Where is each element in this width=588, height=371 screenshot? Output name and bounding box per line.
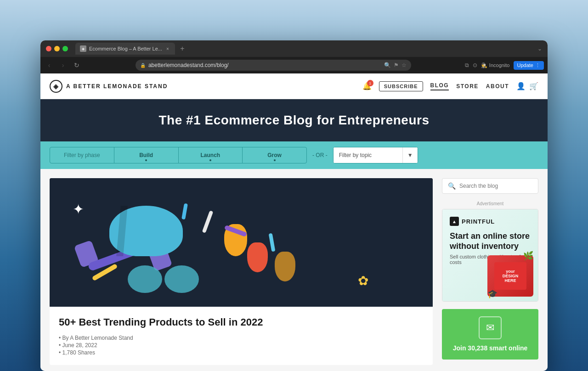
filter-bar: Filter by phase Build Launch Grow - OR -… <box>40 141 548 169</box>
post-featured-image[interactable]: ✦ <box>50 178 433 307</box>
incognito-badge: 🕵 Incognito <box>481 62 510 68</box>
post-date: • June 28, 2022 <box>59 342 424 349</box>
ad-headline: Start an online store without inventory <box>450 231 531 251</box>
glasses-left <box>128 265 162 293</box>
grow-filter-button[interactable]: Grow <box>243 147 306 163</box>
hero-title: The #1 Ecommerce Blog for Entrepreneurs <box>50 113 538 128</box>
back-button[interactable]: ‹ <box>44 60 54 70</box>
update-button[interactable]: Update ⋮ <box>514 61 544 70</box>
address-bar: ‹ › ↻ 🔒 abetterlemonadestand.com/blog/ 🔍… <box>40 57 548 73</box>
glasses-right <box>164 265 199 293</box>
menu-dots-icon: ⋮ <box>535 62 540 68</box>
filter-by-phase-button[interactable]: Filter by phase <box>50 147 114 163</box>
advertisement-box: ▲ PRINTFUL Start an online store without… <box>442 209 538 302</box>
mask-stripe <box>116 206 128 256</box>
email-signup-box[interactable]: ✉ Join 30,238 smart online <box>442 309 538 360</box>
browser-window: ◈ Ecommerce Blog – A Better Le... × + ⌄ … <box>40 40 548 371</box>
forward-button[interactable]: › <box>58 60 68 70</box>
active-tab[interactable]: ◈ Ecommerce Blog – A Better Le... × <box>75 43 175 55</box>
search-icon: 🔍 <box>448 182 456 190</box>
phase-filter-group: Filter by phase Build Launch Grow <box>50 147 307 163</box>
maximize-button[interactable] <box>62 46 68 51</box>
post-content: 50+ Best Trending Products to Sell in 20… <box>50 307 433 365</box>
nav-user-icons: 👤 🛒 <box>516 82 538 90</box>
user-icon[interactable]: 👤 <box>516 82 526 90</box>
decorative-line-1 <box>202 210 214 233</box>
page-content: ◈ A BETTER LEMONADE STAND 🔔 1 SUBSCRIBE … <box>40 73 548 371</box>
decorative-line-2 <box>269 233 276 252</box>
notification-dot: 1 <box>367 80 373 86</box>
search-input[interactable] <box>459 183 532 189</box>
logo-text: A BETTER LEMONADE STAND <box>66 83 168 90</box>
tab-title: Ecommerce Blog – A Better Le... <box>89 46 162 51</box>
hero-banner: The #1 Ecommerce Blog for Entrepreneurs <box>40 99 548 141</box>
profile-icon[interactable]: ⊙ <box>473 62 477 68</box>
incognito-icon: 🕵 <box>481 62 487 68</box>
lock-icon: 🔒 <box>140 63 146 68</box>
extensions-icon[interactable]: ⧉ <box>465 62 469 68</box>
or-divider: - OR - <box>312 152 328 158</box>
build-filter-button[interactable]: Build <box>114 147 179 163</box>
browser-window-controls: ⌄ <box>537 45 542 52</box>
dropdown-arrow-icon[interactable]: ▼ <box>402 147 418 163</box>
reload-button[interactable]: ↻ <box>72 60 82 70</box>
illustration-container: ✦ <box>50 178 433 307</box>
main-layout: ✦ <box>40 169 548 371</box>
printful-brand-name: PRINTFUL <box>462 218 495 225</box>
site-nav: 🔔 1 SUBSCRIBE BLOG STORE ABOUT 👤 🛒 <box>362 81 538 91</box>
topic-filter-label: Filter by topic <box>334 147 402 163</box>
blog-posts-area: ✦ <box>50 178 433 365</box>
new-tab-button[interactable]: + <box>178 44 187 53</box>
search-icon: 🔍 <box>384 62 391 68</box>
chevron-down-icon[interactable]: ⌄ <box>537 45 542 52</box>
nav-blog-link[interactable]: BLOG <box>430 82 449 90</box>
featured-post-card: ✦ <box>50 178 433 365</box>
tab-close-icon[interactable]: × <box>165 46 170 51</box>
topic-filter-dropdown[interactable]: Filter by topic ▼ <box>333 147 418 163</box>
bookmark-icon: ☆ <box>401 62 407 68</box>
printful-logo: ▲ PRINTFUL <box>450 217 531 226</box>
launch-filter-button[interactable]: Launch <box>179 147 243 163</box>
update-label: Update <box>517 62 533 68</box>
url-text: abetterlemonadestand.com/blog/ <box>148 62 229 68</box>
address-icons: 🔍 ⚑ ☆ <box>384 62 407 68</box>
nav-store-link[interactable]: STORE <box>456 83 479 90</box>
ad-label: Advertisment <box>442 201 538 206</box>
traffic-lights <box>46 46 68 51</box>
ad-product-image: yourDESIGNHERE 🌿 🎓 <box>487 255 533 297</box>
gummy-bear-3 <box>275 252 295 281</box>
printful-icon: ▲ <box>450 217 459 226</box>
nav-about-link[interactable]: ABOUT <box>486 83 509 90</box>
site-logo[interactable]: ◈ A BETTER LEMONADE STAND <box>50 80 168 93</box>
logo-icon: ◈ <box>50 80 62 93</box>
cart-icon[interactable]: 🛒 <box>529 82 538 90</box>
blue-line <box>181 203 188 220</box>
close-button[interactable] <box>46 46 51 51</box>
site-header: ◈ A BETTER LEMONADE STAND 🔔 1 SUBSCRIBE … <box>40 73 548 99</box>
post-title[interactable]: 50+ Best Trending Products to Sell in 20… <box>59 316 424 329</box>
star-decoration: ✦ <box>73 201 84 217</box>
tab-favicon: ◈ <box>80 45 86 52</box>
email-cta-text: Join 30,238 smart online <box>449 344 531 352</box>
mask-shape <box>109 206 183 256</box>
sidebar: 🔍 Advertisment ▲ PRINTFUL Start an onlin… <box>442 178 538 365</box>
browser-tab-bar: ◈ Ecommerce Blog – A Better Le... × + ⌄ <box>40 40 548 57</box>
incognito-label: Incognito <box>489 62 510 68</box>
post-meta: • By A Better Lemonade Stand • June 28, … <box>59 335 424 356</box>
minimize-button[interactable] <box>54 46 60 51</box>
search-box[interactable]: 🔍 <box>442 178 538 194</box>
subscribe-button[interactable]: SUBSCRIBE <box>379 81 423 91</box>
post-shares: • 1,780 Shares <box>59 349 424 356</box>
extension-icon: ⚑ <box>394 62 399 68</box>
url-field[interactable]: 🔒 abetterlemonadestand.com/blog/ 🔍 ⚑ ☆ <box>136 60 411 71</box>
gummy-bear-2 <box>247 242 268 272</box>
ad-content[interactable]: ▲ PRINTFUL Start an online store without… <box>442 209 538 301</box>
email-icon: ✉ <box>479 316 502 339</box>
sunflower-decoration: ✿ <box>358 273 368 288</box>
browser-right-controls: ⧉ ⊙ 🕵 Incognito Update ⋮ <box>465 61 544 70</box>
post-author: • By A Better Lemonade Stand <box>59 335 424 341</box>
notification-bell[interactable]: 🔔 1 <box>362 82 372 90</box>
tabs-container: ◈ Ecommerce Blog – A Better Le... × + <box>75 43 534 55</box>
